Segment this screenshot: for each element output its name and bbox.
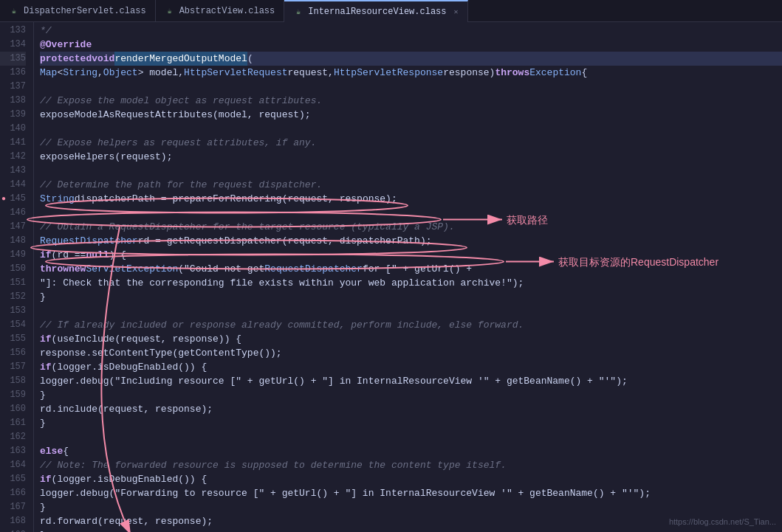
tab-label-internal: InternalResourceView.class [308,7,446,17]
tab-icon-abstract: ☕ [165,6,175,16]
tab-abstract-view[interactable]: ☕ AbstractView.class [156,0,285,22]
code-line: logger.debug("Including resource [" + ge… [40,374,782,388]
code-line [40,430,782,444]
code-line: } [40,500,782,514]
code-line [40,122,782,136]
tab-icon-dispatcher: ☕ [9,6,19,16]
code-line: if (logger.isDebugEnabled()) { [40,472,782,486]
tab-bar: ☕ DispatcherServlet.class ☕ AbstractView… [0,0,782,22]
code-line: // Determine the path for the request di… [40,178,782,192]
code-line: RequestDispatcher rd = getRequestDispatc… [40,234,782,248]
tab-label-dispatcher: DispatcherServlet.class [24,6,146,16]
tab-icon-internal: ☕ [293,7,303,17]
code-line: logger.debug("Forwarding to resource [" … [40,486,782,500]
tab-close-icon[interactable]: ✕ [454,7,459,16]
code-line: } [40,416,782,430]
code-line: rd.include(request, response); [40,402,782,416]
code-line [40,206,782,220]
tab-label-abstract: AbstractView.class [179,6,275,16]
watermark: https://blog.csdn.net/S_Tian... [669,517,776,526]
code-line: exposeModelAsRequestAttributes(model, re… [40,108,782,122]
code-line: Map<String, Object> model, HttpServletRe… [40,66,782,80]
code-line: // Obtain a RequestDispatcher for the ta… [40,220,782,234]
code-line [40,304,782,318]
code-line: else { [40,444,782,458]
code-area: 1331341351361371381391401411421431441451… [0,22,782,532]
code-line: // Expose helpers as request attributes,… [40,136,782,150]
code-line: } [40,290,782,304]
code-line [40,80,782,94]
code-line: protected void renderMergedOutputModel( [40,52,782,66]
code-line: "]: Check that the corresponding file ex… [40,276,782,290]
code-line: String dispatcherPath = prepareForRender… [40,192,782,206]
code-line: // If already included or response alrea… [40,318,782,332]
code-line: */ [40,24,782,38]
line-numbers: 1331341351361371381391401411421431441451… [0,22,34,532]
code-line: } [40,528,782,532]
code-content: */ @Override protected void renderMerged… [34,22,782,532]
code-line: } [40,388,782,402]
code-line: throw new ServletException("Could not ge… [40,262,782,276]
code-line: @Override [40,38,782,52]
code-line: exposeHelpers(request); [40,150,782,164]
code-line: response.setContentType(getContentType()… [40,346,782,360]
tab-dispatcher-servlet[interactable]: ☕ DispatcherServlet.class [0,0,156,22]
code-line [40,164,782,178]
code-line: // Expose the model object as request at… [40,94,782,108]
code-line: // Note: The forwarded resource is suppo… [40,458,782,472]
code-line: if (rd == null) { [40,248,782,262]
code-line: if (logger.isDebugEnabled()) { [40,360,782,374]
tab-internal-resource-view[interactable]: ☕ InternalResourceView.class ✕ [284,0,467,22]
code-line: if (useInclude(request, response)) { [40,332,782,346]
